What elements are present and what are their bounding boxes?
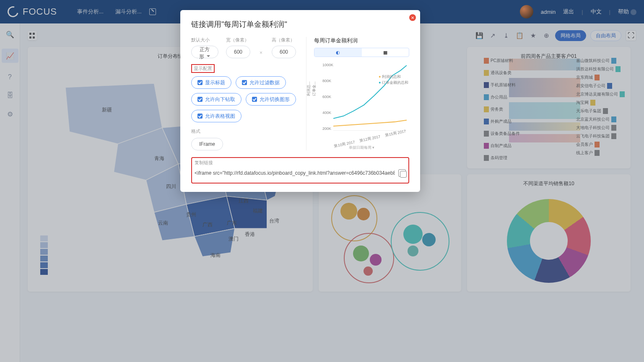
width-label: 宽（像素） <box>226 37 250 43</box>
check-允许表格视图[interactable]: 允许表格视图 <box>191 110 242 122</box>
format-button[interactable]: IFrame <box>191 138 223 150</box>
chart-view-button[interactable]: ◐ <box>314 48 362 57</box>
preview-legend: ● 利润的总和 ● 订单金额的总和 <box>379 74 408 85</box>
preview-chart: 1000K800K600K400K200K 利润总...订单金... ● 利润的… <box>314 61 409 145</box>
copy-link-input[interactable] <box>195 168 395 178</box>
table-view-button[interactable]: ▦ <box>362 48 409 57</box>
width-input[interactable] <box>226 46 250 58</box>
close-icon[interactable]: ✕ <box>409 14 416 21</box>
copy-link-label: 复制链接 <box>195 160 406 166</box>
format-label: 格式 <box>191 128 296 134</box>
checkbox-icon <box>197 80 203 85</box>
checkbox-icon <box>197 97 203 102</box>
display-config-label: 显示配置 <box>191 64 215 73</box>
copy-link-section: 复制链接 <box>191 157 409 184</box>
height-input[interactable] <box>272 46 296 58</box>
check-显示标题[interactable]: 显示标题 <box>191 76 231 89</box>
link-embed-modal: ✕ 链接调用"每周订单金额利润" 默认大小 正方形 宽（像素） × 高（像素） … <box>180 10 420 192</box>
default-size-label: 默认大小 <box>191 37 218 43</box>
preview-title: 每周订单金额利润 <box>314 37 409 44</box>
modal-title: 链接调用"每周订单金额利润" <box>191 19 409 29</box>
default-size-select[interactable]: 正方形 <box>191 46 218 58</box>
preview-view-toggle: ◐ ▦ <box>314 48 409 57</box>
checkbox-icon <box>197 114 203 119</box>
copy-icon[interactable] <box>398 169 406 177</box>
check-允许向下钻取[interactable]: 允许向下钻取 <box>191 93 242 106</box>
checkbox-icon <box>252 97 257 102</box>
checkbox-icon <box>242 80 247 85</box>
height-label: 高（像素） <box>272 37 296 43</box>
check-允许切换图形[interactable]: 允许切换图形 <box>246 93 296 106</box>
preview-x-label: 单据日期每周 ▾ <box>314 145 409 150</box>
check-允许过滤数据[interactable]: 允许过滤数据 <box>236 76 286 89</box>
